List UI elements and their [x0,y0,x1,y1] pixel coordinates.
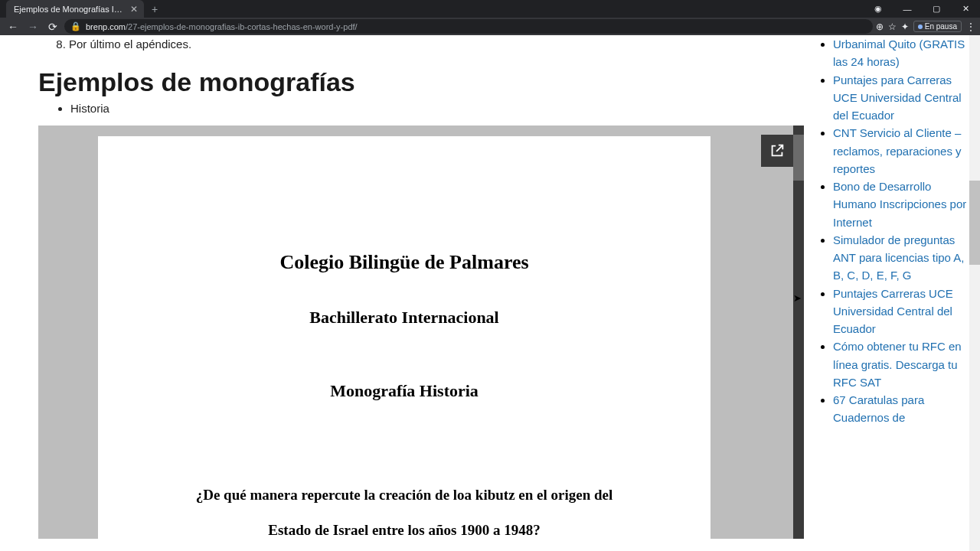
new-tab-button[interactable]: + [144,3,165,15]
sidebar-link[interactable]: 67 Caratulas para Cuadernos de [833,393,924,424]
pause-dot-icon [918,24,923,29]
article-main: Por último el apéndices. Ejemplos de mon… [0,35,819,551]
doc-section: Monografía Historia [144,381,665,401]
doc-subtitle: Bachillerato Internacional [144,308,665,328]
pdf-page: Colegio Bilingüe de Palmares Bachillerat… [98,136,710,539]
minimize-button[interactable]: — [893,0,922,18]
zoom-icon[interactable]: ⊕ [876,21,884,32]
lock-icon: 🔒 [70,21,81,31]
page-scrollbar[interactable] [969,35,980,551]
tab-title: Ejemplos de Monografías IB cort [14,5,124,14]
profile-badge[interactable]: En pausa [913,21,962,32]
maximize-button[interactable]: ▢ [922,0,951,18]
pdf-scroll-thumb[interactable] [793,135,804,181]
record-icon[interactable]: ◉ [864,0,893,18]
sidebar-item: Urbanimal Quito (GRATIS las 24 horas) [833,35,968,71]
doc-question: ¿De qué manera repercute la creación de … [144,478,665,547]
list-item: Historia [70,102,819,115]
url-domain: brenp.com [86,22,126,31]
close-window-button[interactable]: ✕ [951,0,980,18]
sidebar: Urbanimal Quito (GRATIS las 24 horas)Pun… [819,35,980,551]
reload-button[interactable]: ⟳ [44,18,61,35]
popout-button[interactable] [761,135,793,167]
window-titlebar: Ejemplos de Monografías IB cort ✕ + ◉ — … [0,0,980,18]
bullet-list: Historia [38,102,819,115]
sidebar-item: Cómo obtener tu RFC en línea gratis. Des… [833,337,968,391]
sidebar-link[interactable]: Bono de Desarrollo Humano Inscripciones … [833,180,966,229]
pdf-scrollbar[interactable] [793,126,804,539]
page-scroll-thumb[interactable] [969,181,980,265]
sidebar-item: CNT Servicio al Cliente – reclamos, repa… [833,124,968,178]
ordered-list: Por último el apéndices. [38,35,819,54]
sidebar-item: 67 Caratulas para Cuadernos de [833,391,968,427]
section-heading: Ejemplos de monografías [38,67,819,97]
star-icon[interactable]: ☆ [888,21,897,32]
address-bar[interactable]: 🔒 brenp.com/27-ejemplos-de-monografias-i… [64,19,873,34]
sidebar-link[interactable]: Cómo obtener tu RFC en línea gratis. Des… [833,340,962,389]
close-tab-icon[interactable]: ✕ [130,4,138,15]
doc-title: Colegio Bilingüe de Palmares [144,251,665,274]
sidebar-link[interactable]: Puntajes para Carreras UCE Universidad C… [833,73,962,122]
sidebar-item: Puntajes Carreras UCE Universidad Centra… [833,285,968,338]
browser-toolbar: ← → ⟳ 🔒 brenp.com/27-ejemplos-de-monogra… [0,18,980,35]
list-item: Por último el apéndices. [69,35,819,54]
forward-button[interactable]: → [24,18,41,35]
sidebar-item: Puntajes para Carreras UCE Universidad C… [833,71,968,125]
sidebar-item: Simulador de preguntas ANT para licencia… [833,231,968,285]
sidebar-link[interactable]: Urbanimal Quito (GRATIS las 24 horas) [833,37,965,68]
url-path: /27-ejemplos-de-monografias-ib-cortas-he… [126,22,358,31]
sidebar-link[interactable]: Simulador de preguntas ANT para licencia… [833,233,964,282]
sidebar-link[interactable]: CNT Servicio al Cliente – reclamos, repa… [833,126,962,175]
sidebar-item: Bono de Desarrollo Humano Inscripciones … [833,178,968,231]
browser-tab[interactable]: Ejemplos de Monografías IB cort ✕ [6,0,144,18]
popout-icon [769,142,786,159]
back-button[interactable]: ← [5,18,21,35]
menu-icon[interactable]: ⋮ [966,21,975,32]
pdf-viewer: Colegio Bilingüe de Palmares Bachillerat… [38,126,804,539]
extensions-icon[interactable]: ✦ [901,21,909,32]
sidebar-link[interactable]: Puntajes Carreras UCE Universidad Centra… [833,287,953,336]
